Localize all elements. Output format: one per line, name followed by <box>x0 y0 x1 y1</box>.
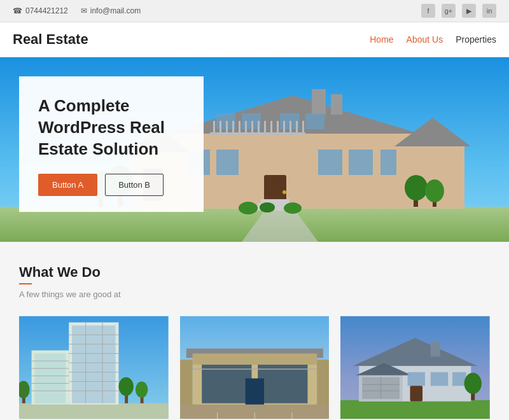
phone-icon: ☎ <box>13 6 22 15</box>
youtube-icon[interactable]: ▶ <box>462 4 476 18</box>
svg-point-51 <box>260 202 275 213</box>
svg-rect-36 <box>296 121 298 134</box>
svg-rect-27 <box>239 121 241 134</box>
svg-rect-106 <box>410 386 423 401</box>
button-a[interactable]: Button A <box>38 174 97 196</box>
social-icons: f g+ ▶ in <box>421 4 496 18</box>
svg-rect-23 <box>213 121 215 134</box>
top-bar: ☎ 0744421212 ✉ info@mail.com f g+ ▶ in <box>0 0 509 22</box>
facebook-icon[interactable]: f <box>421 4 435 18</box>
nav-item-home[interactable]: Home <box>370 34 393 45</box>
linkedin-icon[interactable]: in <box>482 4 496 18</box>
svg-point-21 <box>282 190 286 194</box>
svg-rect-56 <box>72 325 115 403</box>
svg-rect-29 <box>251 121 253 134</box>
what-we-do-section: What We Do A few things we are good at <box>0 242 509 420</box>
svg-rect-19 <box>305 113 324 129</box>
main-nav: Home About Us Properties <box>370 34 496 45</box>
logo: Real Estate <box>13 31 88 48</box>
svg-rect-89 <box>317 360 330 404</box>
svg-rect-85 <box>245 379 263 405</box>
phone-contact: ☎ 0744421212 <box>13 6 68 15</box>
svg-rect-30 <box>258 121 260 134</box>
commercial-svg <box>19 315 169 420</box>
section-subtitle: A few things we are good at <box>19 290 490 299</box>
svg-point-52 <box>284 202 302 214</box>
svg-rect-87 <box>192 353 317 365</box>
svg-rect-12 <box>216 150 239 175</box>
svg-point-47 <box>405 175 428 200</box>
card-residential: Residential <box>340 315 490 420</box>
svg-rect-104 <box>431 372 448 386</box>
button-b[interactable]: Button B <box>105 174 164 196</box>
svg-rect-33 <box>277 121 279 134</box>
email-contact: ✉ info@mail.com <box>81 6 141 15</box>
hero-buttons: Button A Button B <box>38 174 185 196</box>
top-bar-left: ☎ 0744421212 ✉ info@mail.com <box>13 6 141 15</box>
header: Real Estate Home About Us Properties <box>0 22 509 57</box>
card-commercial: Commercial <box>19 315 169 420</box>
svg-rect-105 <box>452 372 466 386</box>
svg-rect-26 <box>232 121 234 134</box>
cards-container: Commercial <box>19 315 490 420</box>
email-icon: ✉ <box>81 6 87 15</box>
svg-rect-24 <box>220 121 221 134</box>
residential-image <box>340 315 490 420</box>
nav-item-properties[interactable]: Properties <box>456 34 496 45</box>
svg-rect-31 <box>264 121 266 134</box>
svg-rect-14 <box>349 150 373 175</box>
svg-rect-54 <box>19 403 169 419</box>
svg-rect-37 <box>302 121 304 134</box>
svg-point-50 <box>239 202 258 214</box>
svg-rect-94 <box>340 400 490 419</box>
email-address: info@mail.com <box>90 6 141 15</box>
hero-title: A Complete WordPress Real Estate Solutio… <box>38 95 185 160</box>
svg-rect-40 <box>261 199 289 203</box>
svg-rect-107 <box>431 341 440 356</box>
svg-rect-28 <box>245 121 247 134</box>
googleplus-icon[interactable]: g+ <box>442 4 456 18</box>
residential-svg <box>340 315 490 420</box>
svg-rect-9 <box>312 89 326 115</box>
section-underline <box>19 283 32 284</box>
hero-section: A Complete WordPress Real Estate Solutio… <box>0 57 509 242</box>
svg-point-109 <box>464 373 482 394</box>
svg-rect-88 <box>180 360 193 404</box>
phone-number: 0744421212 <box>25 6 68 15</box>
svg-rect-10 <box>331 94 342 115</box>
nav-item-about[interactable]: About Us <box>407 34 443 45</box>
svg-point-76 <box>118 377 133 396</box>
retail-image <box>180 315 330 420</box>
svg-rect-15 <box>380 150 396 175</box>
svg-rect-13 <box>318 150 342 175</box>
svg-rect-32 <box>270 121 272 134</box>
svg-point-49 <box>425 179 444 202</box>
svg-rect-103 <box>408 372 425 386</box>
commercial-image <box>19 315 169 420</box>
svg-rect-25 <box>226 121 228 134</box>
retail-svg <box>180 315 330 420</box>
svg-point-78 <box>136 382 148 398</box>
svg-rect-34 <box>283 121 285 134</box>
card-retail: Retail <box>180 315 330 420</box>
section-title: What We Do <box>19 264 490 281</box>
svg-rect-35 <box>289 121 291 134</box>
hero-overlay: A Complete WordPress Real Estate Solutio… <box>19 76 204 212</box>
